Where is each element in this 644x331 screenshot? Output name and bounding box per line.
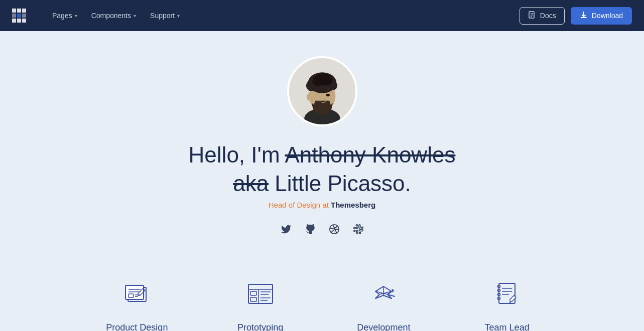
- prototyping-icon: [240, 274, 281, 314]
- chevron-down-icon: ▾: [75, 13, 77, 19]
- prototyping-label: Prototyping: [237, 322, 283, 331]
- team-lead-icon: [487, 274, 527, 314]
- chevron-down-icon: ▾: [177, 13, 180, 19]
- docs-icon: [528, 11, 536, 21]
- card-development[interactable]: Development: [322, 266, 446, 331]
- navbar: Pages ▾ Components ▾ Support ▾ Docs: [0, 0, 644, 31]
- svg-rect-18: [125, 285, 144, 299]
- development-label: Development: [357, 322, 410, 331]
- team-lead-label: Team Lead: [485, 322, 530, 331]
- nav-right: Docs Download: [520, 7, 632, 25]
- svg-point-13: [316, 73, 328, 85]
- development-icon: [363, 274, 404, 314]
- github-icon[interactable]: [303, 222, 317, 236]
- hero-subtitle: Head of Design at Themesberg: [269, 201, 375, 209]
- logo[interactable]: [12, 9, 26, 23]
- docs-button[interactable]: Docs: [520, 7, 565, 25]
- svg-point-15: [326, 94, 330, 97]
- card-product-design[interactable]: Product Design: [75, 266, 199, 331]
- hero-title: Hello, I'm Anthony Knowles aka Little Pi…: [189, 140, 456, 198]
- chevron-down-icon: ▾: [134, 13, 136, 19]
- nav-support[interactable]: Support ▾: [144, 8, 186, 24]
- product-design-label: Product Design: [106, 322, 168, 331]
- twitter-icon[interactable]: [279, 222, 293, 236]
- download-button[interactable]: Download: [571, 7, 632, 25]
- svg-point-14: [306, 93, 312, 101]
- service-cards: Product Design: [0, 266, 644, 331]
- nav-components[interactable]: Components ▾: [85, 8, 142, 24]
- svg-rect-28: [250, 297, 256, 301]
- avatar: [287, 56, 357, 126]
- card-team-lead[interactable]: Team Lead: [445, 266, 569, 331]
- social-links: [279, 222, 365, 236]
- svg-rect-27: [250, 291, 256, 295]
- hero-section: Hello, I'm Anthony Knowles aka Little Pi…: [0, 31, 644, 331]
- dribbble-icon[interactable]: [327, 222, 341, 236]
- product-design-icon: [117, 274, 157, 314]
- download-icon: [580, 11, 588, 21]
- nav-links: Pages ▾ Components ▾ Support ▾: [46, 8, 520, 24]
- nav-pages[interactable]: Pages ▾: [46, 8, 83, 24]
- card-prototyping[interactable]: Prototyping: [199, 266, 322, 331]
- slack-icon[interactable]: [351, 222, 365, 236]
